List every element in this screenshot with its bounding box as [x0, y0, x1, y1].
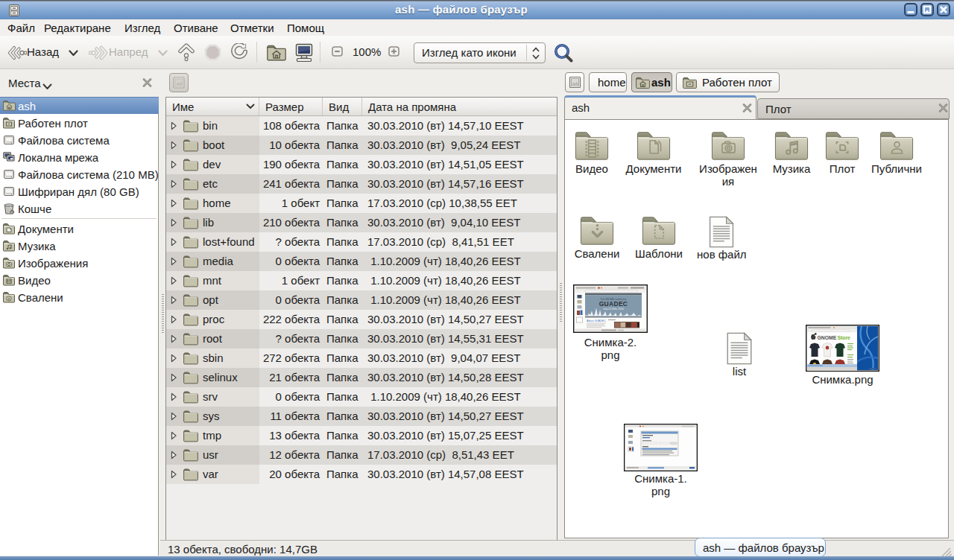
svg-text:GNOME: GNOME — [818, 335, 837, 340]
svg-text:About GUADEC: About GUADEC — [587, 319, 606, 322]
svg-text:GUADEC: GUADEC — [599, 300, 628, 308]
svg-text:July 24-30th, 2010: July 24-30th, 2010 — [603, 308, 624, 311]
svg-text:Store: Store — [838, 335, 851, 340]
